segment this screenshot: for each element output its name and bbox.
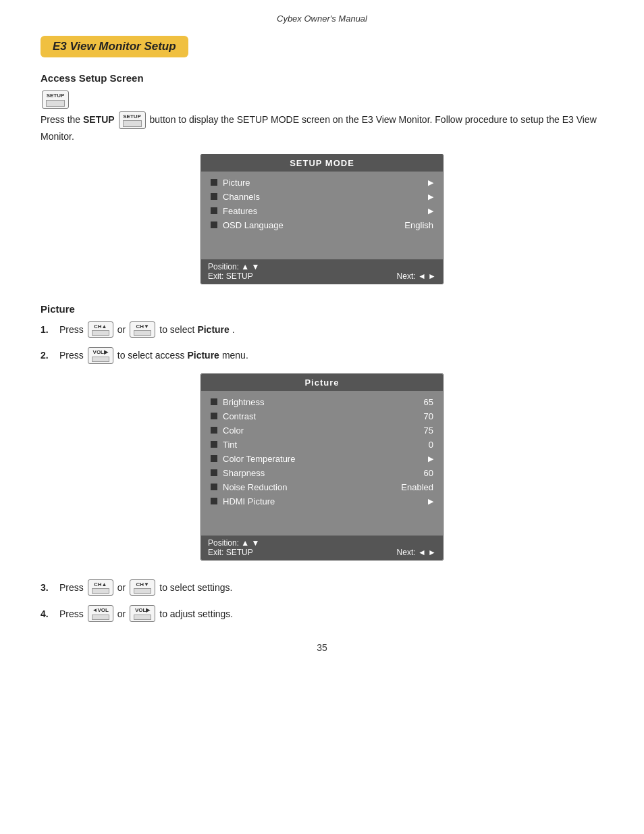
step-1-period: . [232,324,235,335]
bullet-picture [211,179,217,186]
picture-footer-position: Position: ▲ ▼ [208,538,259,548]
step-4-content: Press ◄VOL or VOL▶ to adjust settings. [59,605,233,622]
arrow-picture: ▶ [428,178,433,187]
arrow-color-temp: ▶ [428,454,433,463]
step-3-row: 3. Press CH▲ or CH▼ to select settings. [41,579,603,596]
footer-position: Position: ▲ ▼ [208,262,259,271]
vol-right-btn-1[interactable]: VOL▶ [88,347,113,364]
menu-row-features: Features ▶ [201,204,443,218]
bullet-contrast [211,413,217,419]
menu-row-color-temp: Color Temperature ▶ [201,452,443,466]
or-label-3: or [117,582,126,593]
setup-mode-footer-row1: Position: ▲ ▼ [208,262,436,271]
bullet-sharpness [211,469,217,476]
cha-up-btn-2[interactable]: CH▲ [88,579,113,596]
setup-mode-footer-row2: Exit: SETUP Next: ◄ ► [208,271,436,281]
picture-menu: Picture Brightness 65 Contrast 70 Color … [200,373,444,561]
menu-row-contrast: Contrast 70 [201,409,443,423]
step-2-num: 2. [41,350,59,361]
arrow-channels: ▶ [428,192,433,201]
section-badge: E3 View Monitor Setup [41,36,603,72]
picture-menu-body: Brightness 65 Contrast 70 Color 75 Tint … [201,391,443,536]
label-color: Color [223,425,424,436]
menu-row-hdmi-picture: HDMI Picture ▶ [201,494,443,509]
setup-mode-footer: Position: ▲ ▼ Exit: SETUP Next: ◄ ► [201,259,443,284]
setup-btn-label: SETUP [47,93,65,99]
step-1-num: 1. [41,324,59,335]
vol-right-btn-2[interactable]: VOL▶ [130,605,155,622]
bullet-hdmi-picture [211,498,217,504]
footer-next: Next: ◄ ► [397,271,436,281]
setup-description: SETUP Press the SETUP SETUP button to di… [41,90,603,145]
step-2-text2: menu. [222,350,248,361]
picture-footer-next: Next: ◄ ► [397,548,436,557]
label-noise-reduction: Noise Reduction [223,482,401,492]
step-3-content: Press CH▲ or CH▼ to select settings. [59,579,232,596]
step-2-text: to select access [117,350,185,361]
picture-footer-row2: Exit: SETUP Next: ◄ ► [208,548,436,557]
value-sharpness: 60 [424,468,433,478]
value-tint: 0 [429,440,433,450]
arrow-features: ▶ [428,207,433,215]
label-brightness: Brightness [223,397,424,407]
label-features: Features [223,206,428,216]
step-1-bold: Picture [197,324,229,335]
cha-down-btn-2[interactable]: CH▼ [130,579,155,596]
bullet-channels [211,193,217,200]
or-label-4: or [117,608,126,619]
step-1-row: 1. Press CH▲ or CH▼ to select Picture . [41,321,603,338]
menu-row-noise-reduction: Noise Reduction Enabled [201,480,443,494]
press-label-4: Press [59,608,84,619]
label-picture: Picture [223,178,428,188]
step-3-text: to select settings. [159,582,232,593]
label-channels: Channels [223,192,428,202]
label-hdmi-picture: HDMI Picture [223,496,428,506]
value-color: 75 [424,425,433,436]
cha-up-btn-1[interactable]: CH▲ [88,321,113,338]
menu-row-picture: Picture ▶ [201,176,443,190]
step-1-text: to select [159,324,194,335]
menu-row-color: Color 75 [201,423,443,438]
arrow-hdmi-picture: ▶ [428,497,433,506]
bullet-color [211,427,217,434]
step-4-num: 4. [41,608,59,619]
bullet-tint [211,441,217,448]
setup-mode-menu: SETUP MODE Picture ▶ Channels ▶ Features… [200,154,444,284]
bullet-features [211,207,217,214]
label-color-temp: Color Temperature [223,454,428,464]
step-2-bold: Picture [187,350,219,361]
page-number: 35 [41,642,603,653]
setup-button-inline-icon[interactable]: SETUP [119,111,146,130]
setup-mode-header: SETUP MODE [201,155,443,172]
label-osd-language: OSD Language [223,220,404,230]
label-contrast: Contrast [223,411,424,421]
press-label-1: Press [59,324,84,335]
setup-button-icon[interactable]: SETUP [42,90,69,109]
setup-mode-body: Picture ▶ Channels ▶ Features ▶ OSD Lang… [201,172,443,259]
bullet-brightness [211,398,217,405]
step-1-content: Press CH▲ or CH▼ to select Picture . [59,321,235,338]
label-sharpness: Sharpness [223,468,424,478]
press-label-2: Press [59,350,84,361]
step-2-content: Press VOL▶ to select access Picture menu… [59,347,248,364]
menu-row-channels: Channels ▶ [201,190,443,204]
picture-footer-exit: Exit: SETUP [208,548,253,557]
vol-left-btn[interactable]: ◄VOL [88,605,113,622]
page-header: Cybex Owner's Manual [41,14,603,24]
step-2-row: 2. Press VOL▶ to select access Picture m… [41,347,603,364]
picture-footer-row1: Position: ▲ ▼ [208,538,436,548]
setup-text-before: Press the [41,114,83,125]
picture-section: Picture 1. Press CH▲ or CH▼ to select Pi… [41,303,603,622]
step-3-num: 3. [41,582,59,593]
step-4-text: to adjust settings. [159,608,233,619]
section-title: E3 View Monitor Setup [41,36,188,57]
menu-row-sharpness: Sharpness 60 [201,466,443,480]
label-tint: Tint [223,440,429,450]
step-4-row: 4. Press ◄VOL or VOL▶ to adjust settings… [41,605,603,622]
bullet-color-temp [211,455,217,462]
menu-row-osd-language: OSD Language English [201,218,443,232]
setup-btn-inline-label: SETUP [123,113,141,120]
cha-down-btn-1[interactable]: CH▼ [130,321,155,338]
access-setup-title: Access Setup Screen [41,72,603,84]
picture-menu-footer: Position: ▲ ▼ Exit: SETUP Next: ◄ ► [201,536,443,560]
